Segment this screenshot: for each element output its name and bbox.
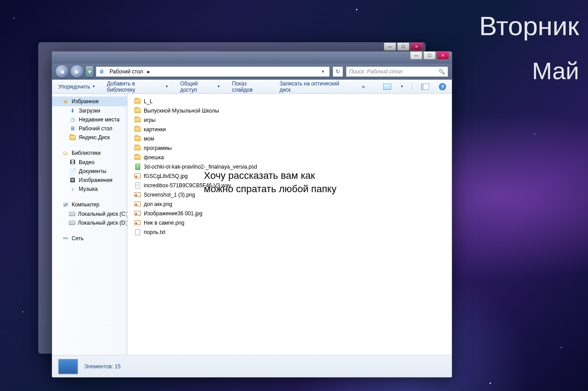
preview-pane-button[interactable] <box>420 82 430 91</box>
view-mode-button[interactable] <box>383 82 393 91</box>
organize-menu[interactable]: Упорядочить▼ <box>57 82 97 91</box>
separator <box>412 83 412 91</box>
desktop-day-label: Вторник <box>479 11 579 41</box>
downloads-icon: ⬇ <box>69 107 76 114</box>
slideshow-button[interactable]: Показ слайдов <box>230 79 270 94</box>
pictures-icon: 🖼 <box>69 177 76 184</box>
file-name: игры <box>144 117 155 123</box>
nav-forward-button[interactable]: ► <box>71 65 83 78</box>
minimize-button[interactable]: — <box>384 43 396 51</box>
search-input[interactable]: Поиск: Рабочий стол 🔍 <box>346 66 448 77</box>
file-list-pane[interactable]: L_LВыпускной Музыльной Школыигрыкартинки… <box>128 94 452 355</box>
file-name: доп акк.png <box>144 201 172 207</box>
file-item-folder[interactable]: игры <box>132 115 447 125</box>
image-icon <box>134 201 141 208</box>
toolbar-overflow[interactable]: » <box>360 82 367 91</box>
item-count-label: Элементов: 15 <box>84 363 121 370</box>
star <box>534 133 535 134</box>
star <box>561 347 562 348</box>
recent-icon: ◷ <box>69 116 76 123</box>
sidebar-network-header[interactable]: ⚯ Сеть <box>52 234 127 243</box>
folder-icon <box>134 126 141 133</box>
music-icon: ♪ <box>69 185 76 193</box>
sidebar-item-local-disk-d[interactable]: Локальный диск (D:) <box>52 218 127 227</box>
address-row: ◄ ► ▾ 🖥 Рабочий стол ▸ ▼ ↻ Поиск: Рабочи… <box>52 64 452 80</box>
burn-button[interactable]: Записать на оптический диск <box>278 79 352 94</box>
documents-icon: 📄 <box>69 168 76 175</box>
window-titlebar[interactable]: — ☐ ✕ <box>52 52 452 64</box>
video-icon: 🎞 <box>69 159 76 166</box>
star-icon: ★ <box>62 98 69 105</box>
file-item[interactable]: Ник в сампе.png <box>132 218 447 227</box>
file-name: L_L <box>144 98 153 105</box>
folder-icon <box>134 154 141 161</box>
folder-icon <box>134 145 141 152</box>
explorer-window: — ☐ ✕ ◄ ► ▾ 🖥 Рабочий стол ▸ ▼ ↻ Поиск: … <box>52 51 452 378</box>
desktop-month-label: Май <box>532 57 579 85</box>
sidebar-item-desktop[interactable]: 🖥Рабочий стол <box>52 124 127 133</box>
file-name: fGSCgL8vE5Q.jpg <box>144 173 188 179</box>
image-icon <box>134 191 141 198</box>
audio-icon <box>134 182 141 189</box>
file-name: мом <box>144 136 154 142</box>
sidebar-item-documents[interactable]: 📄Документы <box>52 167 127 176</box>
file-item-folder[interactable]: L_L <box>132 97 447 106</box>
maximize-button[interactable]: ☐ <box>423 52 436 60</box>
file-item[interactable]: Изображение36 001.jpg <box>132 209 447 218</box>
close-button[interactable]: ✕ <box>437 52 449 60</box>
sidebar-item-yandexdisk[interactable]: Яндекс.Диск <box>52 133 127 142</box>
close-button[interactable]: ✕ <box>410 43 423 51</box>
folder-icon <box>134 98 141 105</box>
nav-history-dropdown[interactable]: ▾ <box>86 66 93 77</box>
file-icon <box>134 229 141 236</box>
maximize-button[interactable]: ☐ <box>397 43 410 51</box>
address-bar[interactable]: 🖥 Рабочий стол ▸ ▼ <box>96 66 330 77</box>
sidebar-item-pictures[interactable]: 🖼Изображения <box>52 176 127 185</box>
file-item-folder[interactable]: мом <box>132 134 447 143</box>
file-item-folder[interactable]: программы <box>132 143 447 153</box>
star <box>13 18 14 19</box>
file-name: Выпускной Музыльной Школы <box>144 108 219 114</box>
network-icon: ⚯ <box>62 235 69 242</box>
status-bar: Элементов: 15 <box>52 355 452 377</box>
image-icon <box>134 219 141 226</box>
sidebar-item-recent[interactable]: ◷Недавние места <box>52 115 127 124</box>
sidebar-computer-header[interactable]: 🖳 Компьютер <box>52 200 127 210</box>
file-name: программы <box>144 145 172 151</box>
sidebar-item-music[interactable]: ♪Музыка <box>52 185 127 193</box>
file-name: Ник в сампе.png <box>144 220 184 226</box>
sidebar-item-downloads[interactable]: ⬇Загрузки <box>52 106 127 115</box>
file-name: порль.txt <box>144 229 166 235</box>
breadcrumb-segment[interactable]: Рабочий стол <box>108 69 145 75</box>
file-item-folder[interactable]: картинки <box>132 125 447 134</box>
sidebar-libraries-header[interactable]: 🗂 Библиотеки <box>52 148 127 158</box>
file-item-folder[interactable]: флешка <box>132 153 447 162</box>
disk-icon <box>69 219 75 226</box>
folder-icon <box>69 134 76 141</box>
minimize-button[interactable]: — <box>410 52 422 60</box>
sidebar-item-local-disk-c[interactable]: Локальный диск (C:) <box>52 210 127 218</box>
sidebar-favorites-header[interactable]: ★ Избранное <box>52 97 127 106</box>
statusbar-thumbnail <box>58 359 78 374</box>
file-item-folder[interactable]: Выпускной Музыльной Школы <box>132 106 447 115</box>
nav-back-button[interactable]: ◄ <box>56 65 68 78</box>
help-button[interactable]: ? <box>438 82 448 91</box>
file-item[interactable]: порль.txt <box>132 227 447 237</box>
star <box>490 383 491 384</box>
refresh-button[interactable]: ↻ <box>333 66 343 77</box>
breadcrumb-arrow[interactable]: ▸ <box>147 69 150 75</box>
sidebar-item-videos[interactable]: 🎞Видео <box>52 158 127 167</box>
star <box>22 311 23 312</box>
add-to-library-menu[interactable]: Добавить в библиотеку▼ <box>105 79 170 94</box>
libraries-icon: 🗂 <box>62 149 69 157</box>
share-menu[interactable]: Общий доступ▼ <box>178 79 223 94</box>
file-name: Screenshot_1 (3).png <box>144 192 195 198</box>
address-dropdown[interactable]: ▼ <box>318 69 328 74</box>
navigation-pane: ★ Избранное ⬇Загрузки ◷Недавние места 🖥Р… <box>52 94 128 355</box>
view-mode-dropdown[interactable]: ▼ <box>400 85 404 89</box>
desktop-icon: 🖥 <box>69 125 76 132</box>
annotation-overlay: Хочу рассказать вам как можно спратать л… <box>204 169 337 195</box>
file-item[interactable]: доп акк.png <box>132 199 447 209</box>
search-icon: 🔍 <box>438 69 445 75</box>
folder-icon <box>134 135 141 142</box>
